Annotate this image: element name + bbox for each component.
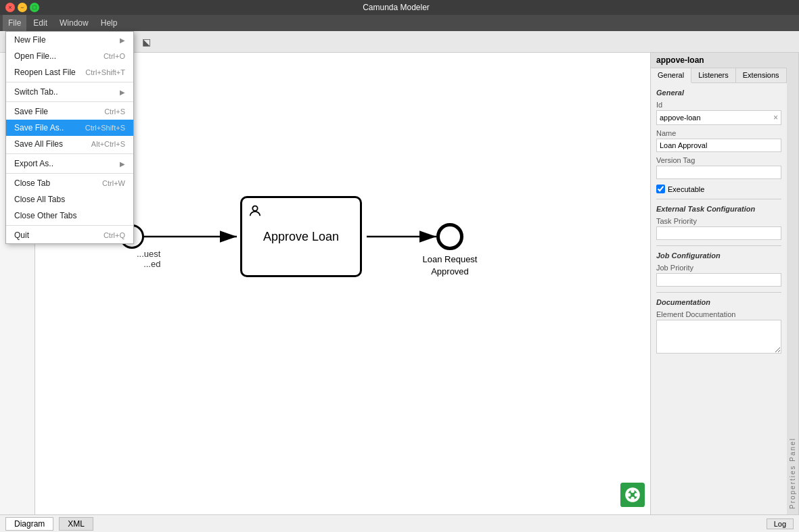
- menu-quit[interactable]: Quit Ctrl+Q: [6, 227, 133, 243]
- job-priority-input[interactable]: [660, 276, 778, 284]
- menu-save-file-as-label: Save File As..: [14, 123, 64, 132]
- menu-close-all-tabs[interactable]: Close All Tabs: [6, 191, 133, 208]
- properties-panel-side-label: Properties Panel: [787, 53, 799, 514]
- menu-save-file[interactable]: Save File Ctrl+S: [6, 103, 133, 120]
- task-priority-label: Task Priority: [656, 217, 781, 225]
- menu-new-file-label: New File: [14, 35, 46, 45]
- executable-checkbox-wrapper[interactable]: Executable: [656, 185, 781, 193]
- properties-content: General Id × Name Version Tag: [651, 83, 787, 360]
- menu-open-file[interactable]: Open File... Ctrl+O: [6, 48, 133, 64]
- menu-save-file-as[interactable]: Save File As.. Ctrl+Shift+S: [6, 120, 133, 136]
- id-clear-button[interactable]: ×: [773, 113, 778, 122]
- minimize-button[interactable]: −: [18, 3, 27, 12]
- close-button[interactable]: ×: [5, 3, 15, 12]
- toolbar-btn-8[interactable]: ⬕: [138, 34, 154, 50]
- menu-help[interactable]: Help: [95, 15, 123, 31]
- job-config-title: Job Configuration: [656, 251, 781, 260]
- app-title: Camunda Modeler: [39, 3, 753, 12]
- version-tag-label: Version Tag: [656, 156, 781, 164]
- executable-label: Executable: [668, 185, 704, 193]
- menu-close-tab[interactable]: Close Tab Ctrl+W: [6, 175, 133, 191]
- separator-5: [6, 225, 133, 226]
- task-user-icon: [248, 203, 262, 222]
- menu-close-other-tabs-label: Close Other Tabs: [14, 211, 77, 220]
- menu-export-as-label: Export As..: [14, 159, 53, 168]
- id-label: Id: [656, 101, 781, 109]
- svg-point-15: [252, 206, 257, 211]
- menu-window[interactable]: Window: [54, 15, 94, 31]
- menu-save-file-as-shortcut: Ctrl+Shift+S: [85, 124, 125, 132]
- name-input-wrapper[interactable]: [656, 139, 781, 152]
- id-input[interactable]: [660, 114, 773, 122]
- menu-edit[interactable]: Edit: [28, 15, 53, 31]
- menu-new-file[interactable]: New File ▶: [6, 32, 133, 48]
- external-task-title: External Task Configuration: [656, 205, 781, 213]
- element-doc-label: Element Documentation: [656, 310, 781, 318]
- menu-close-all-tabs-label: Close All Tabs: [14, 195, 65, 204]
- documentation-title: Documentation: [656, 298, 781, 306]
- menu-open-file-shortcut: Ctrl+O: [104, 52, 125, 60]
- job-priority-label: Job Priority: [656, 264, 781, 272]
- menu-new-file-arrow: ▶: [120, 37, 125, 44]
- menu-save-all-files-label: Save All Files: [14, 139, 63, 149]
- task-priority-input[interactable]: [660, 229, 778, 237]
- menu-switch-tab[interactable]: Switch Tab.. ▶: [6, 84, 133, 100]
- task-priority-input-wrapper[interactable]: [656, 226, 781, 240]
- svg-point-20: [635, 493, 638, 496]
- separator-2: [6, 101, 133, 102]
- menu-close-tab-label: Close Tab: [14, 178, 50, 188]
- job-priority-input-wrapper[interactable]: [656, 273, 781, 287]
- svg-point-22: [631, 497, 634, 500]
- menu-reopen-last[interactable]: Reopen Last File Ctrl+Shift+T: [6, 64, 133, 80]
- partial-text: ...uest...ed: [137, 249, 160, 269]
- maximize-button[interactable]: □: [30, 3, 39, 12]
- log-button[interactable]: Log: [767, 518, 794, 529]
- approve-loan-task[interactable]: Approve Loan: [240, 196, 362, 277]
- menu-open-file-label: Open File...: [14, 51, 56, 61]
- menu-quit-shortcut: Ctrl+Q: [104, 231, 125, 239]
- separator-1: [6, 82, 133, 82]
- titlebar: × − □ Camunda Modeler: [0, 0, 799, 15]
- separator-3: [6, 153, 133, 154]
- menu-save-all-files[interactable]: Save All Files Alt+Ctrl+S: [6, 136, 133, 152]
- status-tab-diagram[interactable]: Diagram: [5, 517, 53, 531]
- divider-2: [656, 245, 781, 246]
- menu-switch-tab-label: Switch Tab..: [14, 87, 58, 97]
- version-tag-input-wrapper[interactable]: [656, 166, 781, 179]
- properties-panel-header: appove-loan: [651, 53, 787, 68]
- divider-1: [656, 199, 781, 199]
- name-input[interactable]: [660, 141, 778, 149]
- menu-save-all-files-shortcut: Alt+Ctrl+S: [91, 140, 125, 148]
- tab-listeners[interactable]: Listeners: [691, 68, 736, 82]
- partial-label: ...uest...ed: [137, 249, 160, 269]
- general-section-title: General: [656, 89, 781, 97]
- end-event-text: Loan RequestApproved: [423, 254, 478, 276]
- menu-close-other-tabs[interactable]: Close Other Tabs: [6, 208, 133, 224]
- element-doc-textarea[interactable]: [656, 320, 781, 354]
- menu-file[interactable]: File: [3, 15, 26, 31]
- tab-general[interactable]: General: [651, 68, 691, 83]
- menu-export-as[interactable]: Export As.. ▶: [6, 155, 133, 172]
- end-event-label: Loan RequestApproved: [416, 253, 484, 278]
- menu-export-as-arrow: ▶: [120, 160, 125, 168]
- tab-extensions[interactable]: Extensions: [736, 68, 787, 82]
- menubar: File Edit Window Help: [0, 15, 799, 31]
- menu-close-tab-shortcut: Ctrl+W: [102, 179, 125, 187]
- status-tab-xml[interactable]: XML: [59, 517, 93, 531]
- menu-reopen-last-shortcut: Ctrl+Shift+T: [85, 68, 125, 76]
- task-label: Approve Loan: [263, 230, 339, 244]
- menu-save-file-shortcut: Ctrl+S: [104, 107, 125, 116]
- menu-switch-tab-arrow: ▶: [120, 89, 125, 96]
- version-tag-input[interactable]: [660, 168, 778, 176]
- menu-reopen-last-label: Reopen Last File: [14, 68, 76, 77]
- id-input-wrapper[interactable]: ×: [656, 110, 781, 125]
- name-label: Name: [656, 129, 781, 137]
- executable-checkbox[interactable]: [656, 185, 665, 193]
- file-menu[interactable]: New File ▶ Open File... Ctrl+O Reopen La…: [5, 31, 134, 244]
- separator-4: [6, 173, 133, 174]
- window-controls[interactable]: × − □: [5, 3, 39, 12]
- end-event[interactable]: [436, 223, 463, 250]
- menu-quit-label: Quit: [14, 231, 29, 240]
- properties-panel: appove-loan General Listeners Extensions…: [650, 53, 799, 514]
- statusbar: Diagram XML Log: [0, 514, 799, 532]
